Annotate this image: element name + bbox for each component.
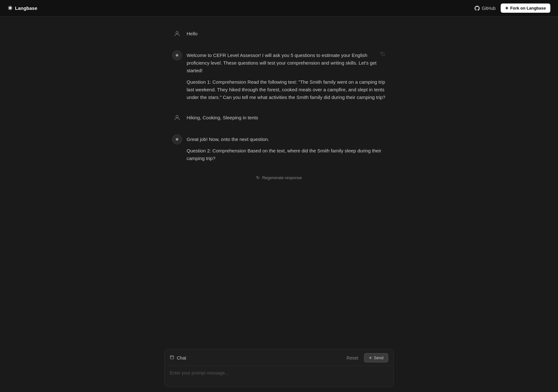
send-button[interactable]: ✳ Send — [364, 353, 388, 362]
message-text: Question 1: Comprehension Read the follo… — [187, 78, 386, 101]
message-content-1: Hello — [187, 29, 386, 38]
github-icon — [475, 6, 480, 11]
message-text: Question 2: Comprehension Based on the t… — [187, 147, 386, 162]
fork-button[interactable]: ✳ Fork on Langbase — [501, 4, 550, 13]
copy-icon[interactable] — [379, 50, 386, 59]
regenerate-label: Regenerate response — [262, 175, 302, 180]
regenerate-button[interactable]: ↻ Regenerate response — [252, 173, 306, 182]
message-row: Hello — [172, 23, 386, 45]
reset-button[interactable]: Reset — [344, 354, 361, 362]
regenerate-icon: ↻ — [256, 175, 260, 180]
chat-panel-header: Chat Reset ✳ Send — [165, 349, 393, 366]
app-header: ✳ Langbase GitHub ✳ Fork on Langbase — [0, 0, 558, 17]
message-text: Welcome to CEFR Level Assessor! I will a… — [187, 52, 386, 74]
message-row: ✳ Great job! Now, onto the next question… — [172, 129, 386, 168]
chat-title: Chat — [177, 355, 186, 360]
message-text: Great job! Now, onto the next question. — [187, 136, 386, 143]
github-link[interactable]: GitHub — [475, 6, 496, 11]
logo-text: Langbase — [15, 5, 37, 11]
bot-avatar: ✳ — [172, 134, 182, 144]
user-avatar — [172, 113, 182, 123]
send-label: Send — [374, 355, 383, 360]
bot-icon: ✳ — [175, 53, 179, 58]
regenerate-area: ↻ Regenerate response — [0, 168, 558, 185]
svg-point-2 — [176, 116, 178, 118]
chat-input[interactable] — [170, 370, 388, 381]
header-actions: GitHub ✳ Fork on Langbase — [475, 4, 550, 13]
chat-input-area — [165, 366, 393, 387]
send-icon: ✳ — [369, 356, 372, 360]
message-content-2: Welcome to CEFR Level Assessor! I will a… — [187, 50, 386, 101]
svg-rect-1 — [382, 53, 384, 56]
message-text: Hiking, Cooking, Sleeping in tents — [187, 114, 386, 122]
chat-icon — [170, 355, 174, 360]
github-label: GitHub — [482, 6, 496, 11]
messages-container: Hello ✳ Welcome to CEFR Level Assessor! … — [164, 23, 394, 168]
message-text: Hello — [187, 30, 386, 38]
bot-avatar: ✳ — [172, 50, 182, 60]
user-icon — [174, 30, 181, 37]
fork-icon: ✳ — [505, 6, 508, 10]
logo: ✳ Langbase — [8, 5, 37, 12]
bot-icon: ✳ — [175, 137, 179, 142]
message-content-4: Great job! Now, onto the next question. … — [187, 134, 386, 162]
user-icon — [174, 114, 181, 121]
logo-icon: ✳ — [8, 5, 12, 12]
svg-point-0 — [176, 32, 178, 34]
main-content: Hello ✳ Welcome to CEFR Level Assessor! … — [0, 17, 558, 349]
message-row: ✳ Welcome to CEFR Level Assessor! I will… — [172, 45, 386, 107]
fork-label: Fork on Langbase — [510, 6, 546, 10]
message-content-3: Hiking, Cooking, Sleeping in tents — [187, 113, 386, 122]
chat-panel: Chat Reset ✳ Send — [164, 349, 394, 387]
chat-actions: Reset ✳ Send — [344, 353, 388, 362]
message-row: Hiking, Cooking, Sleeping in tents — [172, 107, 386, 129]
svg-rect-3 — [170, 356, 174, 359]
user-avatar — [172, 29, 182, 39]
chat-label: Chat — [170, 355, 186, 360]
